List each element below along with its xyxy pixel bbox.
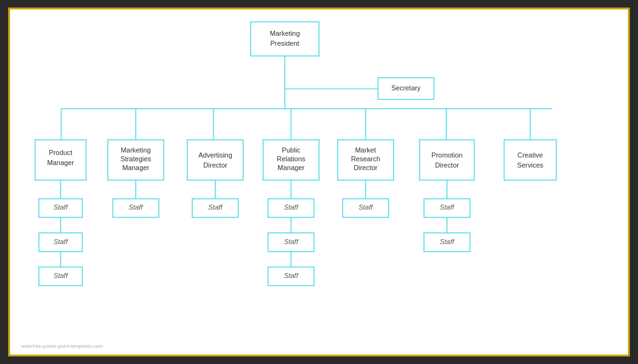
svg-text:Staff: Staff [53, 203, 68, 211]
svg-text:Director: Director [203, 161, 227, 169]
svg-text:Manager: Manager [278, 164, 305, 171]
advertising-director-box [187, 140, 243, 180]
svg-text:Research: Research [351, 155, 381, 163]
svg-text:Director: Director [354, 164, 377, 171]
svg-text:Staff: Staff [129, 203, 143, 211]
svg-text:Staff: Staff [53, 238, 68, 245]
svg-text:Services: Services [517, 161, 543, 169]
svg-text:Manager: Manager [122, 164, 149, 171]
svg-text:www.free-power-point-templates: www.free-power-point-templates.com [20, 343, 103, 349]
svg-text:Relations: Relations [277, 155, 306, 163]
svg-text:Staff: Staff [284, 238, 298, 245]
svg-text:Secretary: Secretary [391, 84, 421, 92]
svg-text:Marketing: Marketing [121, 146, 151, 154]
svg-text:Director: Director [435, 161, 459, 169]
svg-text:Staff: Staff [440, 203, 455, 211]
svg-text:Strategies: Strategies [121, 155, 152, 163]
svg-text:Manager: Manager [47, 159, 74, 166]
svg-text:Public: Public [282, 146, 301, 154]
svg-text:Advertising: Advertising [198, 151, 232, 159]
svg-text:Staff: Staff [284, 272, 298, 279]
svg-text:President: President [271, 40, 300, 47]
svg-text:Promotion: Promotion [431, 151, 463, 159]
svg-text:Staff: Staff [284, 203, 298, 211]
svg-text:Staff: Staff [440, 238, 455, 245]
chart-area: Marketing President Secretary [10, 9, 628, 355]
svg-text:Staff: Staff [208, 203, 223, 211]
president-box [251, 22, 319, 56]
svg-text:Market: Market [355, 146, 376, 154]
creative-services-box [504, 140, 556, 180]
svg-text:Creative: Creative [517, 151, 543, 159]
promotion-director-box [419, 140, 474, 180]
svg-text:Product: Product [49, 149, 72, 156]
org-chart-container: Marketing President Secretary [8, 8, 630, 356]
svg-text:Staff: Staff [359, 203, 373, 211]
svg-text:Staff: Staff [53, 272, 68, 279]
svg-text:Marketing: Marketing [270, 29, 300, 37]
